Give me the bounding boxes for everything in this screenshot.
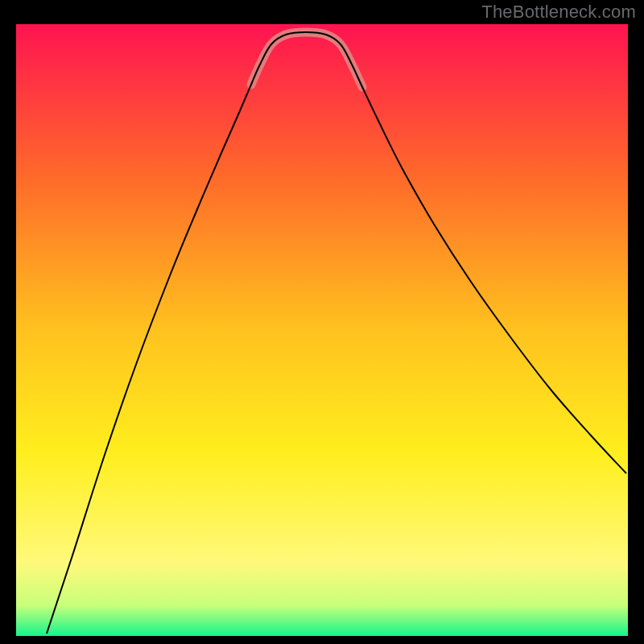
chart-frame: { "watermark": "TheBottleneck.com", "cha…: [0, 0, 644, 644]
bottleneck-chart: [0, 0, 644, 644]
watermark-text: TheBottleneck.com: [481, 2, 636, 23]
gradient-background: [16, 24, 628, 636]
